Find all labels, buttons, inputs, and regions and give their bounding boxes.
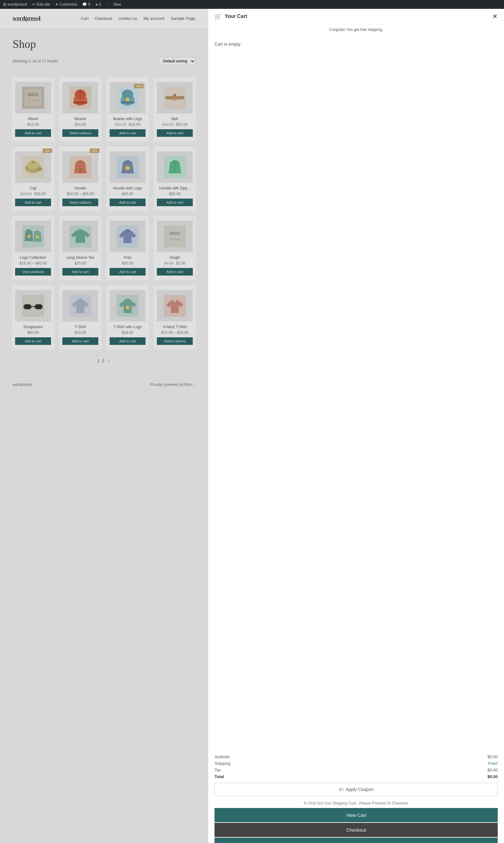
product-card-cap: Sale! Cap $18.00 $16.00 Add to cart [12, 147, 54, 211]
nav-account[interactable]: My account [143, 16, 164, 21]
cart-tax-row: Tax $0.00 [215, 768, 498, 772]
comment-icon: 💬 [82, 2, 87, 6]
svg-point-45 [126, 306, 129, 309]
footer-powered: Proudly powered by Woo... [150, 382, 195, 387]
product-image-sunglasses [15, 290, 51, 322]
shop-title-section: Shop Showing 1–16 of 17 results Default … [0, 28, 208, 75]
add-to-cart-button[interactable]: Add to cart [62, 268, 98, 276]
product-image-hoodie-zip [157, 151, 193, 183]
product-name: Polo [110, 255, 146, 260]
customize-icon: ✦ [55, 2, 58, 6]
cart-total-value: $0.00 [487, 774, 498, 779]
admin-bar-wp[interactable]: ⊞ wordpress4 [3, 2, 27, 6]
svg-rect-42 [41, 306, 43, 307]
product-image-vneck [157, 290, 193, 322]
svg-rect-12 [121, 101, 134, 104]
product-image-belt [157, 82, 193, 114]
select-options-button[interactable]: Select options [62, 199, 98, 206]
cart-empty-message: Cart is empty [208, 35, 504, 53]
add-to-cart-button[interactable]: Add to cart [15, 199, 51, 206]
edit-icon: ✏ [32, 2, 35, 6]
nav-cart[interactable]: Cart [81, 16, 89, 21]
add-to-cart-button[interactable]: Add to cart [157, 199, 193, 206]
add-to-cart-button[interactable]: Add to cart [62, 337, 98, 345]
cart-subtotal-label: Subtotal [215, 754, 230, 759]
product-image-polo [110, 221, 146, 252]
cart-icon: 🛒 [215, 13, 221, 20]
product-price: $34.00 [62, 122, 98, 127]
svg-point-31 [36, 236, 39, 239]
product-card-hoodie: Sale! Hoodie $42.00 – $45.00 Select opti… [59, 147, 102, 211]
nav-contact[interactable]: contact us [119, 16, 137, 21]
product-price: $15.00 – $20.00 [157, 330, 193, 335]
add-to-cart-button[interactable]: Add to cart [157, 268, 193, 276]
checkout-button[interactable]: Checkout [215, 823, 498, 837]
admin-bar-edit[interactable]: ✏ Edit site [32, 2, 50, 6]
sale-badge: Sale! [90, 149, 100, 153]
cart-free-shipping-message: Congrats! You get free shipping. [208, 24, 504, 35]
svg-rect-7 [73, 101, 87, 104]
product-price: $90.00 [15, 330, 51, 335]
nav-checkout[interactable]: Checkout [95, 16, 112, 21]
admin-bar-comments[interactable]: 💬 6 [82, 2, 90, 6]
add-to-cart-button[interactable]: Add to cart [157, 129, 193, 137]
page-next-link[interactable]: 2 [102, 359, 104, 363]
add-to-cart-button[interactable]: Add to cart [110, 337, 146, 345]
select-options-button[interactable]: Select options [62, 129, 98, 137]
add-to-cart-button[interactable]: Add to cart [110, 199, 146, 206]
product-price: $45.00 [110, 192, 146, 196]
add-to-cart-button[interactable]: Add to cart [15, 337, 51, 345]
admin-bar-customize[interactable]: ✦ Customize [55, 2, 77, 6]
site-header: wordpress4 Cart Checkout contact us My a… [0, 9, 208, 28]
product-card-hoodie-zip: Hoodie with Zipp... $45.00 Add to cart [154, 147, 196, 211]
cart-shipping-note: To Find Out Your Shipping Cost , Please … [215, 798, 498, 808]
page-title: Shop [13, 37, 195, 51]
product-price: $42.00 – $45.00 [62, 192, 98, 196]
product-card-logo-collection: Logo Collection $18.00 – $45.00 View pro… [12, 216, 54, 280]
cart-tax-value: $0.00 [487, 768, 498, 772]
product-price: $18.00 [110, 330, 146, 335]
site-logo[interactable]: wordpress4 [13, 15, 41, 22]
add-to-cart-button[interactable]: Add to cart [15, 129, 51, 137]
svg-rect-41 [23, 306, 24, 307]
circle-icon: ● [95, 2, 98, 6]
cart-shipping-value: Free! [488, 761, 498, 766]
view-cart-button[interactable]: View Cart [215, 808, 498, 822]
svg-rect-24 [79, 168, 82, 173]
product-name: Long Sleeve Tee [62, 255, 98, 260]
cart-close-button[interactable]: ✕ [492, 13, 498, 20]
nav-sample[interactable]: Sample Page [171, 16, 195, 21]
admin-bar-zero[interactable]: ● 0 [95, 2, 101, 6]
product-image-beanie-logo: Sale! [110, 82, 146, 114]
svg-text:WOO: WOO [170, 231, 180, 236]
select-options-button[interactable]: Select options [157, 337, 193, 345]
cart-header: 🛒 Your Cart ✕ [208, 9, 504, 24]
admin-bar-new[interactable]: New [113, 2, 121, 6]
page-current[interactable]: 1 [97, 359, 100, 363]
add-to-cart-button[interactable]: Add to cart [110, 268, 146, 276]
product-name: Hoodie with Zipp... [157, 186, 193, 190]
product-name: Album [15, 117, 51, 121]
product-name: Hoodie [62, 186, 98, 190]
add-to-cart-button[interactable]: Add to cart [110, 129, 146, 137]
svg-rect-38 [24, 304, 32, 309]
product-grid: WOO the album Album $15.00 Add to cart [0, 75, 208, 352]
product-name: Cap [15, 186, 51, 190]
product-card-album: WOO the album Album $15.00 Add to cart [12, 77, 54, 141]
product-image-logo-collection [15, 221, 51, 252]
cart-subtotal-row: Subtotal $0.00 [215, 754, 498, 759]
apply-coupon-button[interactable]: 🏷 Apply Coupon [215, 783, 498, 796]
svg-rect-34 [164, 225, 186, 247]
product-price: $20.00 $18.00 [110, 122, 146, 127]
product-card-belt: Belt $65.00 $55.00 Add to cart [154, 77, 196, 141]
svg-text:WOO: WOO [28, 92, 39, 97]
sort-select[interactable]: Default sorting [159, 57, 195, 65]
svg-text:the album: the album [28, 99, 38, 102]
cart-panel: 🛒 Your Cart ✕ Congrats! You get free shi… [208, 9, 504, 843]
page-arrow[interactable]: → [106, 359, 111, 363]
product-card-beanie-logo: Sale! Beanie with Logo $20.00 $18.00 Add… [106, 77, 149, 141]
svg-point-30 [28, 235, 31, 238]
continue-shopping-button[interactable]: Continue Shopping [215, 838, 498, 843]
view-products-button[interactable]: View products [15, 268, 51, 276]
product-name: Sunglasses [15, 325, 51, 329]
